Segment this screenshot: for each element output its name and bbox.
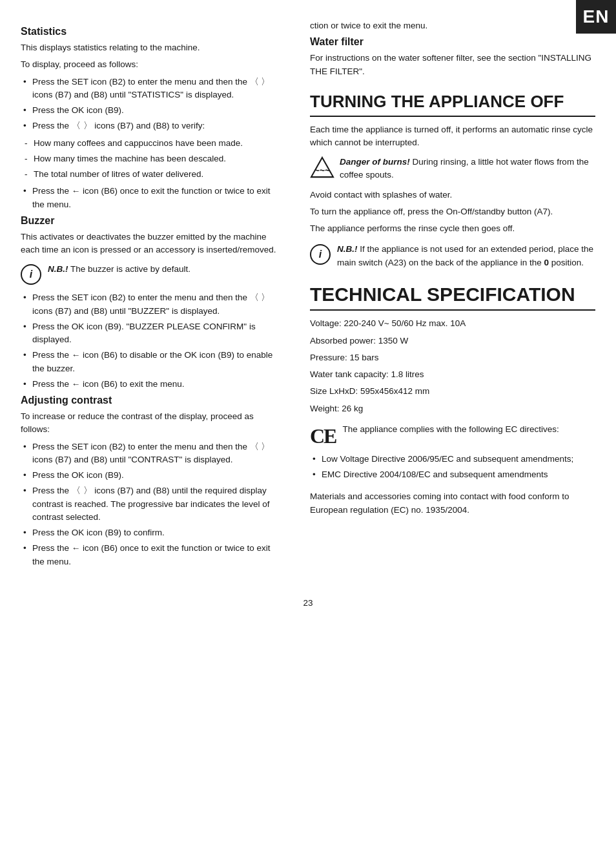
list-item: Press the OK icon (B9). "BUZZER PLEASE C… xyxy=(21,320,282,347)
technical-spec-title: TECHNICAL SPECIFICATION xyxy=(310,284,595,311)
info-icon: i xyxy=(21,264,41,285)
contrast-intro: To increase or reduce the contrast of th… xyxy=(21,410,282,437)
buzzer-note-text: N.B.! The buzzer is active by default. xyxy=(48,263,190,276)
water-filter-text: For instructions on the water softener f… xyxy=(310,52,595,78)
list-item: Press the ← icon (B6) once to exit the f… xyxy=(21,185,282,211)
left-column: Statistics This displays statistics rela… xyxy=(0,19,297,579)
buzzer-bullets: Press the SET icon (B2) to enter the men… xyxy=(21,291,282,391)
list-item: Press the SET icon (B2) to enter the men… xyxy=(21,291,282,318)
ce-text-block: The appliance complies with the followin… xyxy=(342,424,559,434)
list-item: How many coffees and cappuccinos have be… xyxy=(21,137,282,150)
list-item: Press the OK icon (B9) to confirm. xyxy=(21,526,282,539)
danger-label: Danger of burns! xyxy=(340,157,410,167)
warning-line-1: Avoid contact with splashes of water. xyxy=(310,189,595,202)
nb-label-2: N.B.! xyxy=(337,244,358,254)
list-item: Press the ← icon (B6) once to exit the f… xyxy=(21,542,282,568)
spec-line-1: Absorbed power: 1350 W xyxy=(310,335,595,347)
spec-line-5: Weight: 26 kg xyxy=(310,402,595,415)
materials-text: Materials and accessories coming into co… xyxy=(310,490,595,517)
spec-line-2: Pressure: 15 bars xyxy=(310,351,595,364)
nb-note-box-2: i N.B.! If the appliance is not used for… xyxy=(310,243,595,269)
contrast-title: Adjusting contrast xyxy=(21,395,282,406)
ce-bullets: Low Voltage Directive 2006/95/EC and sub… xyxy=(310,453,595,482)
svg-text:~~~: ~~~ xyxy=(314,166,331,176)
buzzer-note-box: i N.B.! The buzzer is active by default. xyxy=(21,263,282,285)
statistics-dashes: How many coffees and cappuccinos have be… xyxy=(21,137,282,181)
spec-line-4: Size LxHxD: 595x456x412 mm xyxy=(310,385,595,398)
warning-line-3: The appliance performs the rinse cycle t… xyxy=(310,222,595,235)
ce-mark-icon: CE xyxy=(310,426,336,446)
statistics-bullets: Press the SET icon (B2) to enter the men… xyxy=(21,76,282,133)
turning-off-section: TURNING THE APPLIANCE OFF Each time the … xyxy=(310,92,595,269)
list-item: Press the SET icon (B2) to enter the men… xyxy=(21,76,282,102)
list-item: Press the OK icon (B9). xyxy=(21,104,282,117)
contrast-bullets: Press the SET icon (B2) to enter the men… xyxy=(21,440,282,568)
list-item: Press the ← icon (B6) to exit the menu. xyxy=(21,378,282,391)
list-item: The total number of litres of water deli… xyxy=(21,168,282,181)
water-filter-title: Water filter xyxy=(310,36,595,48)
ce-compliance-box: CE The appliance complies with the follo… xyxy=(310,424,595,446)
info-icon-2: i xyxy=(310,244,331,265)
statistics-section: Statistics This displays statistics rela… xyxy=(21,26,282,211)
spec-line-3: Water tank capacity: 1.8 litres xyxy=(310,368,595,381)
nb-note2-text: N.B.! If the appliance is not used for a… xyxy=(337,243,595,269)
list-item: Press the 〈 〉 icons (B7) and (B8) to ver… xyxy=(21,119,282,132)
list-item: Press the OK icon (B9). xyxy=(21,469,282,482)
buzzer-intro: This activates or deactivates the buzzer… xyxy=(21,231,282,257)
statistics-intro1: This displays statistics relating to the… xyxy=(21,41,282,54)
nb-note2-end: position. xyxy=(549,258,584,267)
nb-label: N.B.! xyxy=(48,264,68,274)
buzzer-section: Buzzer This activates or deactivates the… xyxy=(21,215,282,391)
list-item: Press the ← icon (B6) to disable or the … xyxy=(21,349,282,375)
ce-intro-text: The appliance complies with the followin… xyxy=(342,424,559,434)
list-item: Press the SET icon (B2) to enter the men… xyxy=(21,440,282,467)
list-item: How many times the machine has been desc… xyxy=(21,152,282,165)
language-badge: EN xyxy=(576,0,616,34)
warning-line-2: To turn the appliance off, press the On-… xyxy=(310,205,595,218)
water-filter-section: Water filter For instructions on the wat… xyxy=(310,36,595,78)
statistics-last-bullet: Press the ← icon (B6) once to exit the f… xyxy=(21,185,282,211)
turning-off-title: TURNING THE APPLIANCE OFF xyxy=(310,92,595,117)
buzzer-title: Buzzer xyxy=(21,215,282,227)
continuation-text: ction or twice to exit the menu. xyxy=(310,19,595,32)
turning-off-intro: Each time the appliance is turned off, i… xyxy=(310,123,595,150)
contrast-section: Adjusting contrast To increase or reduce… xyxy=(21,395,282,568)
statistics-title: Statistics xyxy=(21,26,282,37)
danger-text: Danger of burns! During rinsing, a littl… xyxy=(340,156,595,182)
nb-note2-bold: 0 xyxy=(544,258,549,267)
page-number: 23 xyxy=(0,598,616,608)
list-item: Press the 〈 〉 icons (B7) and (B8) until … xyxy=(21,484,282,524)
technical-spec-section: TECHNICAL SPECIFICATION Voltage: 220-240… xyxy=(310,284,595,517)
warning-triangle-icon: ~~~ xyxy=(310,156,334,178)
danger-warning-box: ~~~ Danger of burns! During rinsing, a l… xyxy=(310,156,595,182)
list-item: EMC Directive 2004/108/EC and subsequent… xyxy=(310,468,595,481)
statistics-intro2: To display, proceed as follows: xyxy=(21,58,282,71)
list-item: Low Voltage Directive 2006/95/EC and sub… xyxy=(310,453,595,466)
page: EN Statistics This displays statistics r… xyxy=(0,0,616,868)
spec-line-0: Voltage: 220-240 V~ 50/60 Hz max. 10A xyxy=(310,317,595,330)
right-column: ction or twice to exit the menu. Water f… xyxy=(297,19,616,579)
